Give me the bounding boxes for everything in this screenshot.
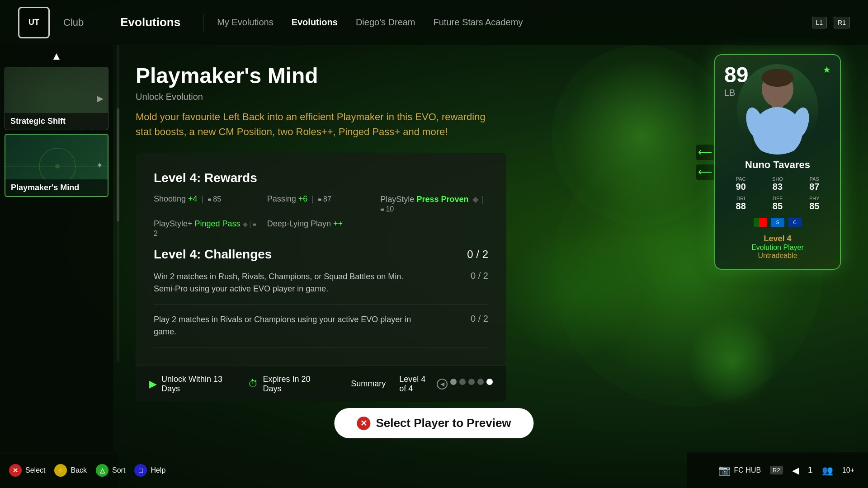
card-player-image [737,64,818,155]
level-indicator: Level 4 of 4 ◀ [399,375,493,394]
unlock-text: Unlock Within 13 Days [161,375,235,394]
select-x-icon: ✕ [357,417,370,430]
bottom-btn-back[interactable]: ○ Back [54,464,87,477]
nav-diegos-dream[interactable]: Diego's Dream [356,17,415,28]
footer-expires: ⏱ Expires In 20 Days [248,375,324,394]
sidebar-arrow-up[interactable]: ▲ [51,50,62,62]
challenge-1-progress: 0 / 2 [471,271,488,281]
nav-icon-l1: L1 [812,17,827,28]
nav-club[interactable]: Club [63,17,84,28]
r2-badge: R2 [770,466,783,474]
camera-icon: 📷 [718,465,731,476]
ut-logo[interactable]: UT [18,7,50,38]
stat-phy: PHY 85 [798,196,831,211]
level-dots: ◀ [437,379,493,389]
btn-o-icon: ○ [54,464,67,477]
summary-btn[interactable]: Summary [351,379,386,389]
stat-dri-label: DRI [724,196,757,201]
sort-label: Sort [112,466,125,474]
unlock-icon: ▶ [149,378,157,390]
stat-pas-val: 87 [809,182,819,192]
nav-icon-r1: R1 [834,17,850,28]
scroll-indicator [117,45,119,361]
stat-def-label: DEF [761,196,794,201]
dot-3 [468,379,475,385]
nav-number: 1 [808,465,813,475]
help-label: Help [151,466,165,474]
dot-1 [450,379,457,385]
sidebar-item-playmakers-mind[interactable]: Playmaker's Mind ✦ [5,134,108,197]
fc-hub-label: FC HUB [734,466,761,474]
challenges-count: 0 / 2 [467,248,488,261]
nav-bar: UT Club Evolutions My Evolutions Evoluti… [0,0,868,45]
player-card: ★ 89 LB Nuno Tavares PAC 90 [714,54,841,270]
nav-evolutions-tab[interactable]: Evolutions [292,17,338,28]
expires-icon: ⏱ [248,378,258,390]
nav-evolutions[interactable]: Evolutions [120,15,180,29]
card-untradeable: Untradeable [724,252,831,260]
dot-2 [459,379,466,385]
challenge-2-text: Play 2 matches in Rivals or Champions us… [154,314,425,338]
flag-serie-a: S [771,218,784,227]
card-position: LB [724,88,735,98]
footer-unlock: ▶ Unlock Within 13 Days [149,375,235,394]
svg-point-4 [762,69,793,87]
stat-pac-label: PAC [724,176,757,182]
flag-club: C [788,218,802,227]
challenges-header: Level 4: Challenges 0 / 2 [154,247,488,262]
panel-footer: ▶ Unlock Within 13 Days ⏱ Expires In 20 … [136,366,506,402]
card-name: Nuno Tavares [724,159,831,171]
dot-nav[interactable]: ◀ [437,379,448,389]
stat-pac: PAC 90 [724,176,757,192]
card-arrow-1: ⟵ [696,145,714,160]
svg-point-2 [55,164,60,169]
stat-dri: DRI 88 [724,196,757,211]
reward-playstyle: PlayStyle Press Proven ◆ | ≡ 10 [380,194,488,214]
flag-portugal [754,218,767,227]
btn-sq-icon: □ [134,464,147,477]
stat-pas-label: PAS [798,176,831,182]
card-star-icon: ★ [823,64,831,75]
ut-logo-text: UT [28,18,39,27]
nav-arrow-prev[interactable]: ◀ [792,465,799,476]
sidebar-item-strategic-shift[interactable]: Strategic Shift ▶ [5,67,108,130]
sidebar-item-playmakers-mind-label: Playmaker's Mind [5,179,108,196]
bottom-btn-sort[interactable]: △ Sort [96,464,125,477]
stat-def: DEF 85 [761,196,794,211]
select-player-label: Select Player to Preview [376,416,511,430]
scroll-thumb [117,108,119,221]
stat-phy-label: PHY [798,196,831,201]
rewards-grid: Shooting +4 | ≡ 85 Passing +6 | ≡ 87 Pla… [154,194,488,238]
reward-playstyle-plus: PlayStyle+ Pinged Pass ◆ | ≡ 2 [154,219,262,238]
stat-dri-val: 88 [736,201,746,211]
challenge-1-text: Win 2 matches in Rush, Rivals, Champions… [154,271,425,295]
reward-deep-lying: Deep-Lying Playn ++ [267,219,375,238]
nav-my-evolutions[interactable]: My Evolutions [217,17,274,28]
level-text: Level 4 of 4 [399,375,432,394]
expires-text: Expires In 20 Days [263,375,324,394]
bottom-btn-select[interactable]: ✕ Select [9,464,45,477]
nav-sep [203,14,203,32]
stat-pac-val: 90 [736,182,746,192]
people-count: 10+ [842,466,854,474]
stat-sho-val: 83 [773,182,783,192]
reward-passing: Passing +6 | ≡ 87 [267,194,375,214]
select-label: Select [25,466,45,474]
people-icon: 👥 [822,465,833,476]
bottom-btn-help[interactable]: □ Help [134,464,165,477]
stat-sho-label: SHO [761,176,794,182]
reward-shooting: Shooting +4 | ≡ 85 [154,194,262,214]
challenge-item-1: Win 2 matches in Rush, Rivals, Champions… [154,271,488,305]
sidebar-item-strategic-shift-label: Strategic Shift [5,113,108,130]
nav-divider [102,14,102,32]
fc-hub-btn[interactable]: 📷 FC HUB [718,465,761,476]
card-level: Level 4 [724,234,831,244]
card-arrows: ⟵ ⟵ [696,145,714,180]
card-evo-text: Evolution Player [724,244,831,252]
nav-future-stars[interactable]: Future Stars Academy [434,17,523,28]
rewards-title: Level 4: Rewards [154,171,488,185]
btn-tri-icon: △ [96,464,108,477]
stat-pas: PAS 87 [798,176,831,192]
select-player-btn[interactable]: ✕ Select Player to Preview [334,408,533,438]
right-bottom-nav: 📷 FC HUB R2 ◀ 1 👥 10+ [687,452,868,488]
